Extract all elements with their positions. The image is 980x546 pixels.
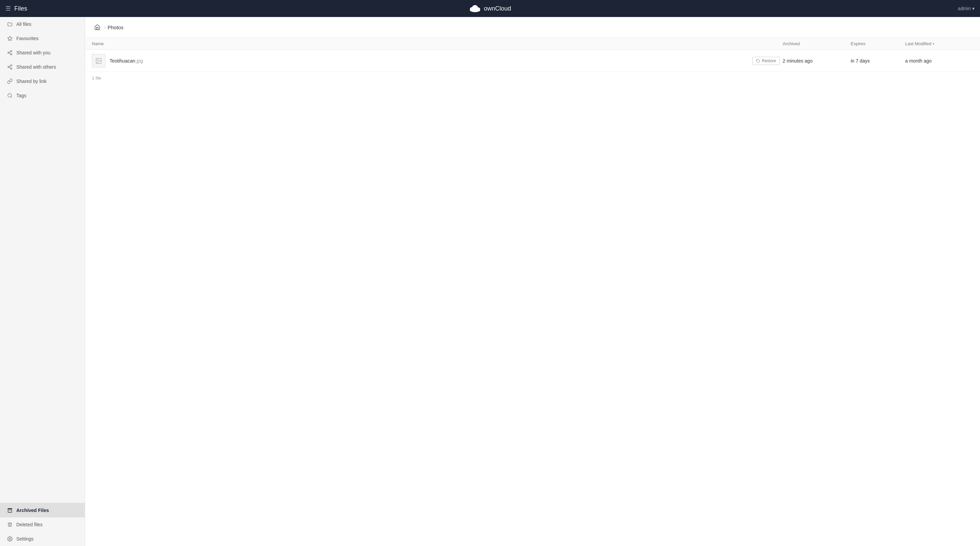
username: admin — [958, 6, 971, 11]
sidebar-item-favourites[interactable]: Favourites — [0, 31, 85, 46]
svg-point-4 — [470, 8, 480, 12]
file-list-header: Name Archived Expires Last Modified ▾ — [85, 38, 980, 50]
svg-point-16 — [8, 94, 11, 97]
col-header-expires: Expires — [851, 41, 905, 46]
sidebar-item-deleted-files[interactable]: Deleted files — [0, 517, 85, 532]
svg-point-20 — [9, 538, 11, 540]
table-row[interactable]: Teotihuacan.jpg Restore 2 minutes ago in… — [85, 50, 980, 72]
content-area: › Photos Name Archived Expires Last Modi… — [85, 17, 980, 546]
svg-line-14 — [9, 67, 11, 68]
file-count: 1 file — [85, 72, 980, 84]
col-header-archived: Archived — [783, 41, 851, 46]
svg-point-22 — [97, 59, 98, 60]
archive-icon — [7, 507, 13, 513]
file-expires: in 7 days — [851, 58, 905, 63]
breadcrumb: › Photos — [85, 17, 980, 38]
sidebar-bottom: Archived Files Deleted files Settings — [0, 503, 85, 546]
sidebar-item-shared-by-link[interactable]: Shared by link — [0, 74, 85, 88]
restore-icon — [756, 59, 760, 63]
svg-point-8 — [11, 54, 12, 55]
hamburger-icon[interactable]: ☰ — [5, 5, 11, 12]
breadcrumb-current: Photos — [108, 24, 124, 30]
file-list: Name Archived Expires Last Modified ▾ Te… — [85, 38, 980, 546]
sidebar-label-settings: Settings — [16, 536, 34, 541]
brand-name: ownCloud — [484, 5, 511, 12]
share-in-icon — [7, 50, 13, 56]
sidebar-label-deleted-files: Deleted files — [16, 522, 43, 527]
file-name-col: Teotihuacan.jpg — [92, 54, 752, 68]
sidebar-item-shared-with-others[interactable]: Shared with others — [0, 60, 85, 74]
svg-point-6 — [11, 50, 12, 52]
svg-point-13 — [11, 68, 12, 69]
restore-button[interactable]: Restore — [752, 57, 780, 65]
svg-marker-5 — [8, 36, 12, 40]
star-icon — [7, 35, 13, 41]
cloud-icon — [469, 4, 481, 13]
svg-line-17 — [11, 97, 12, 98]
trash-icon — [7, 522, 13, 528]
sidebar-label-shared-with-others: Shared with others — [16, 64, 56, 70]
main-layout: All files Favourites Shared with you Sha… — [0, 17, 980, 546]
home-icon — [94, 24, 100, 30]
file-last-modified: a month ago — [905, 58, 973, 63]
share-out-icon — [7, 64, 13, 70]
svg-line-10 — [9, 51, 11, 52]
image-icon — [95, 57, 102, 64]
sidebar-label-shared-with-you: Shared with you — [16, 50, 50, 56]
user-menu[interactable]: admin ▾ — [958, 6, 975, 11]
brand-logo: ownCloud — [469, 4, 511, 13]
svg-line-15 — [9, 66, 11, 67]
tag-icon — [7, 92, 13, 98]
chevron-down-icon: ▾ — [972, 6, 975, 11]
breadcrumb-separator: › — [104, 24, 106, 31]
app-title: Files — [14, 5, 27, 12]
gear-icon — [7, 536, 13, 542]
file-thumbnail — [92, 54, 105, 68]
breadcrumb-home[interactable] — [92, 22, 103, 33]
sidebar-item-shared-with-you[interactable]: Shared with you — [0, 46, 85, 60]
sort-icon: ▾ — [933, 42, 934, 46]
svg-point-7 — [8, 52, 9, 53]
svg-line-9 — [9, 53, 11, 54]
link-icon — [7, 78, 13, 84]
sidebar-item-settings[interactable]: Settings — [0, 532, 85, 546]
col-header-last-modified[interactable]: Last Modified ▾ — [905, 41, 973, 46]
file-name: Teotihuacan.jpg — [110, 58, 143, 63]
sidebar-item-tags[interactable]: Tags — [0, 88, 85, 103]
sidebar-label-tags: Tags — [16, 93, 27, 98]
sidebar-label-shared-by-link: Shared by link — [16, 79, 47, 84]
svg-point-12 — [8, 66, 9, 68]
sidebar-item-all-files[interactable]: All files — [0, 17, 85, 31]
sidebar-label-favourites: Favourites — [16, 36, 38, 41]
col-header-name: Name — [92, 41, 783, 46]
file-archived-time: 2 minutes ago — [783, 58, 851, 63]
sidebar-item-archived-files[interactable]: Archived Files — [0, 503, 85, 517]
folder-icon — [7, 21, 13, 27]
sidebar: All files Favourites Shared with you Sha… — [0, 17, 85, 546]
topbar: ☰ Files ownCloud admin ▾ — [0, 0, 980, 17]
sidebar-label-archived-files: Archived Files — [16, 508, 49, 513]
svg-point-11 — [11, 65, 12, 66]
sidebar-label-all-files: All files — [16, 21, 31, 27]
